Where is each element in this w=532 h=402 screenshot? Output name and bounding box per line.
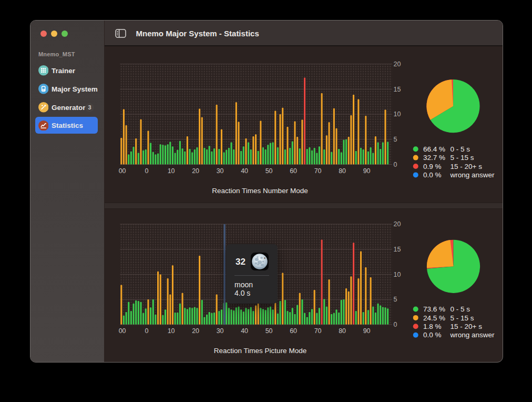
svg-text:1.8 %: 1.8 %: [423, 323, 442, 330]
svg-text:60: 60: [290, 327, 297, 335]
svg-text:Reaction Times Picture Mode: Reaction Times Picture Mode: [214, 347, 306, 355]
svg-text:Reaction Times Number Mode: Reaction Times Number Mode: [212, 187, 308, 195]
svg-text:32.7 %: 32.7 %: [423, 154, 445, 162]
svg-text:90: 90: [363, 167, 371, 175]
svg-text:60: 60: [290, 167, 297, 175]
svg-text:50: 50: [265, 327, 273, 335]
svg-text:5: 5: [394, 136, 397, 143]
svg-text:00: 00: [119, 167, 126, 175]
svg-text:15 - 20+ s: 15 - 20+ s: [451, 163, 483, 170]
svg-text:5 - 15 s: 5 - 15 s: [451, 154, 474, 162]
svg-text:0.0 %: 0.0 %: [423, 171, 442, 179]
svg-text:20: 20: [394, 220, 401, 228]
svg-text:5 - 15 s: 5 - 15 s: [451, 314, 474, 322]
svg-text:73.6 %: 73.6 %: [423, 305, 445, 313]
svg-text:0 - 5 s: 0 - 5 s: [451, 145, 470, 153]
svg-text:30: 30: [217, 327, 224, 335]
svg-text:wrong answer: wrong answer: [450, 171, 495, 179]
svg-text:0 - 5 s: 0 - 5 s: [451, 305, 470, 313]
svg-text:0.0 %: 0.0 %: [423, 331, 442, 339]
svg-text:80: 80: [339, 167, 346, 175]
svg-text:20: 20: [192, 327, 199, 335]
svg-text:0.9 %: 0.9 %: [423, 163, 442, 170]
svg-text:66.4 %: 66.4 %: [423, 145, 445, 153]
svg-text:40: 40: [241, 167, 248, 175]
svg-text:30: 30: [217, 167, 224, 175]
svg-text:15: 15: [394, 246, 401, 253]
svg-text:70: 70: [314, 167, 322, 175]
svg-text:10: 10: [394, 110, 401, 118]
svg-text:wrong answer: wrong answer: [450, 331, 495, 339]
svg-text:90: 90: [363, 327, 371, 335]
svg-text:15 - 20+ s: 15 - 20+ s: [451, 323, 483, 330]
svg-text:20: 20: [192, 167, 199, 175]
svg-text:00: 00: [119, 327, 126, 335]
svg-text:10: 10: [168, 327, 175, 335]
svg-text:0: 0: [145, 167, 149, 175]
svg-text:80: 80: [339, 327, 346, 335]
svg-text:5: 5: [394, 296, 397, 303]
svg-text:40: 40: [241, 327, 248, 335]
svg-text:10: 10: [168, 167, 175, 175]
svg-text:70: 70: [314, 327, 322, 335]
svg-text:24.5 %: 24.5 %: [423, 314, 445, 322]
svg-text:15: 15: [394, 86, 401, 93]
svg-text:20: 20: [394, 61, 401, 68]
svg-text:0: 0: [145, 327, 149, 335]
svg-text:10: 10: [394, 271, 401, 278]
svg-text:0: 0: [394, 321, 397, 328]
svg-text:0: 0: [394, 161, 397, 168]
svg-text:50: 50: [265, 167, 273, 175]
